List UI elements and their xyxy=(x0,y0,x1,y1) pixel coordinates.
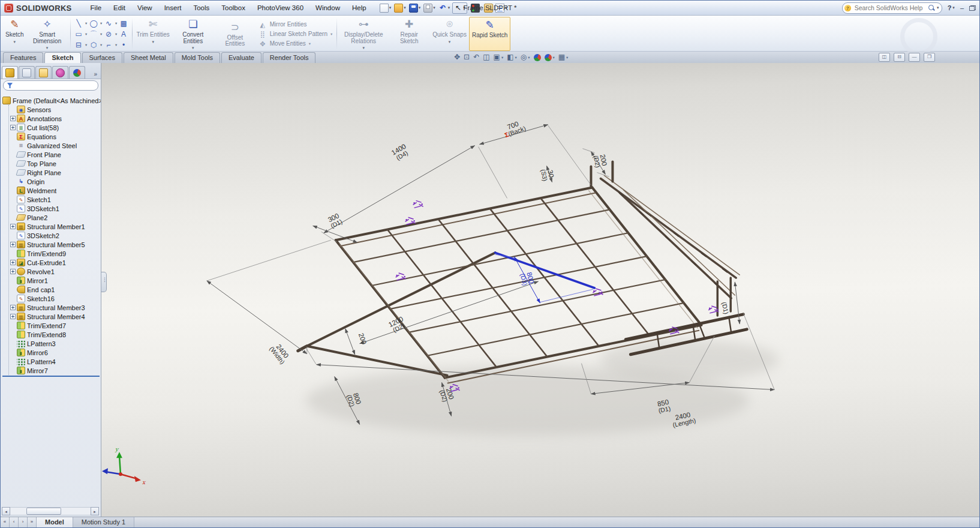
nav-last[interactable]: » xyxy=(28,517,37,527)
search-icon[interactable] xyxy=(928,5,934,11)
menu-photoview-360[interactable]: PhotoView 360 xyxy=(252,2,309,13)
tree-item-plane2[interactable]: Plane2 xyxy=(10,213,101,222)
dropdown-caret[interactable]: ▾ xyxy=(84,21,89,26)
move-entities-button[interactable]: ✥Move Entities▾ xyxy=(258,40,332,48)
tab-surfaces[interactable]: Surfaces xyxy=(82,52,122,63)
tree-item-structural-member1[interactable]: Structural Member1 xyxy=(10,222,101,231)
tree-item-end-cap1[interactable]: End cap1 xyxy=(10,285,101,294)
zoom-to-fit-button[interactable]: ✥ xyxy=(453,52,461,62)
tree-item-3dsketch2[interactable]: 3DSketch2 xyxy=(10,231,101,240)
tree-item-revolve1[interactable]: Revolve1 xyxy=(10,267,101,276)
sketch-arc-button[interactable]: ⌒ xyxy=(89,29,99,39)
dimension-d1[interactable]: (D1) xyxy=(720,301,729,314)
smart-dimension-button[interactable]: ✧ Smart Dimension ▾ xyxy=(26,17,68,51)
tree-item-structural-member5[interactable]: Structural Member5 xyxy=(10,240,101,249)
sketch-fillet-button[interactable]: ⌐ xyxy=(104,40,114,50)
dropdown-caret[interactable]: ▾ xyxy=(501,55,503,60)
tab-motion-study-1[interactable]: Motion Study 1 xyxy=(73,517,134,527)
configurationmanager-tab[interactable] xyxy=(35,66,52,79)
menu-help[interactable]: Help xyxy=(347,2,372,13)
tree-root-frame[interactable]: Frame (Default<As Machined>< xyxy=(2,96,101,105)
expand-toggle[interactable] xyxy=(10,314,16,319)
tab-mold-tools[interactable]: Mold Tools xyxy=(175,52,220,63)
tree-item-trim-extend7[interactable]: Trim/Extend7 xyxy=(10,321,101,330)
trim-entities-button[interactable]: ✄ Trim Entities ▾ xyxy=(134,17,172,51)
tree-item-lpattern3[interactable]: LPattern3 xyxy=(10,339,101,348)
sketch-point-button[interactable]: • xyxy=(119,40,129,50)
dropdown-caret[interactable]: ▾ xyxy=(114,43,119,47)
previous-view-button[interactable]: ↶ xyxy=(473,52,480,62)
display-delete-relations-button[interactable]: ⊶ Display/Delete Relations ▾ xyxy=(339,17,388,51)
dropdown-caret[interactable]: ▾ xyxy=(192,46,194,50)
graphics-svg[interactable]: 1400(D4)700Σ(Back)300(D1)200(D2)30(S3)80… xyxy=(101,63,979,517)
dropdown-caret[interactable]: ▾ xyxy=(448,5,450,10)
expand-toggle[interactable] xyxy=(10,242,16,247)
scrollbar-thumb[interactable] xyxy=(26,508,61,515)
expand-toggle[interactable] xyxy=(10,305,16,310)
dropdown-caret[interactable]: ▾ xyxy=(515,55,516,60)
menu-toolbox[interactable]: Toolbox xyxy=(216,2,251,13)
dropdown-caret[interactable]: ▾ xyxy=(309,41,311,46)
dropdown-caret[interactable]: ▾ xyxy=(419,5,421,10)
displaymanager-tab[interactable] xyxy=(69,66,85,79)
zoom-to-area-button[interactable]: ⊡ xyxy=(463,52,470,62)
tree-item-cut-extrude1[interactable]: Cut-Extrude1 xyxy=(10,258,101,267)
print-document-button[interactable]: ▾ xyxy=(423,3,437,13)
dropdown-caret[interactable]: ▾ xyxy=(362,46,365,50)
sketch-circle-button[interactable]: ◯ xyxy=(89,19,99,28)
tree-item-structural-member3[interactable]: Structural Member3 xyxy=(10,303,101,312)
expand-toggle[interactable] xyxy=(10,269,16,274)
section-view-button[interactable]: ◫ xyxy=(482,52,490,62)
dropdown-caret[interactable]: ▾ xyxy=(84,32,89,37)
scrollbar-track[interactable] xyxy=(10,507,91,515)
graphics-area[interactable]: 1400(D4)700Σ(Back)300(D1)200(D2)30(S3)80… xyxy=(101,63,979,517)
dropdown-caret[interactable]: ▾ xyxy=(553,55,555,60)
expand-toggle[interactable] xyxy=(10,125,16,130)
restore-window-button[interactable] xyxy=(969,5,976,11)
dropdown-caret[interactable]: ▾ xyxy=(528,55,530,60)
dropdown-caret[interactable]: ▾ xyxy=(99,21,104,26)
dimension-200[interactable]: 200 xyxy=(357,332,368,346)
featuremanager-tree-tab[interactable] xyxy=(2,66,18,79)
dimension-1400-d4[interactable]: 1400(D4) xyxy=(390,143,411,163)
dimxpertmanager-tab[interactable] xyxy=(52,66,68,79)
dropdown-caret[interactable]: ▾ xyxy=(99,43,104,47)
tab-sheet-metal[interactable]: Sheet Metal xyxy=(124,52,173,63)
menu-window[interactable]: Window xyxy=(310,2,345,13)
nav-next[interactable]: › xyxy=(19,517,28,527)
panel-splitter-handle[interactable] xyxy=(101,272,107,292)
dropdown-caret[interactable]: ▾ xyxy=(449,40,451,44)
tree-horizontal-scrollbar[interactable]: ◂ ▸ xyxy=(2,507,99,515)
dropdown-caret[interactable]: ▾ xyxy=(433,5,435,10)
view-settings-button[interactable]: ▦▾ xyxy=(558,52,569,62)
sketch-picture-button[interactable]: ▩ xyxy=(119,19,129,28)
menu-view[interactable]: View xyxy=(132,2,158,13)
dimension-800-d3[interactable]: 800(D3) xyxy=(519,271,535,286)
dimension-2400-width[interactable]: 2400(Width) xyxy=(268,341,291,365)
menu-edit[interactable]: Edit xyxy=(108,2,131,13)
help-search-box[interactable]: ? ▾ xyxy=(842,2,942,14)
tree-item-3dsketch1[interactable]: 3DSketch1 xyxy=(10,204,101,213)
scroll-right-button[interactable]: ▸ xyxy=(91,507,99,515)
sketch-spline-button[interactable]: ∿ xyxy=(104,19,114,28)
sketch-text-button[interactable]: A xyxy=(119,29,129,39)
rollback-bar[interactable] xyxy=(2,376,100,377)
help-menu-button[interactable]: ?▾ xyxy=(948,4,955,11)
tree-item-weldment[interactable]: Weldment xyxy=(10,186,101,195)
sketch-polygon-button[interactable]: ⬡ xyxy=(89,40,99,50)
dropdown-caret[interactable]: ▾ xyxy=(152,40,154,44)
sketch-button[interactable]: ✎ Sketch ▾ xyxy=(3,17,26,51)
tree-item-front-plane[interactable]: Front Plane xyxy=(10,150,101,159)
tree-item-mirror7[interactable]: Mirror7 xyxy=(10,366,101,375)
hide-show-items-button[interactable]: ◎▾ xyxy=(520,52,531,62)
offset-entities-button[interactable]: ⊃ Offset Entities xyxy=(214,17,256,51)
rapid-sketch-button[interactable]: ✎ Rapid Sketch xyxy=(469,17,510,51)
edit-appearance-button[interactable] xyxy=(533,54,542,61)
tree-item-trim-extend8[interactable]: Trim/Extend8 xyxy=(10,330,101,339)
undo-button[interactable]: ↶▾ xyxy=(438,3,452,13)
convert-entities-button[interactable]: ❏ Convert Entities ▾ xyxy=(172,17,214,51)
menu-tools[interactable]: Tools xyxy=(188,2,215,13)
save-document-button[interactable]: ▾ xyxy=(408,3,422,13)
tree-item-top-plane[interactable]: Top Plane xyxy=(10,159,101,168)
tab-features[interactable]: Features xyxy=(3,52,43,63)
